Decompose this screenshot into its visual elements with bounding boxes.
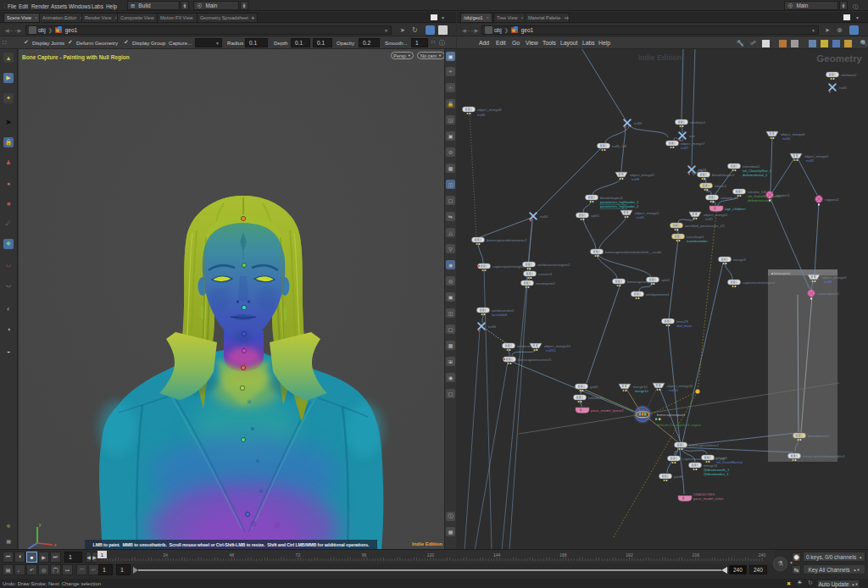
svg-text:object_merge11: object_merge11 [667,384,693,388]
svg-text:null7: null7 [681,146,689,150]
svg-text:grid1: grid1 [590,385,598,389]
svg-text:ragpost2: ragpost2 [825,197,839,202]
svg-text:null10: null10 [546,348,556,352]
svg-text:null6: null6 [488,325,497,329]
svg-text:object_merge10: object_merge10 [544,344,570,348]
svg-text:bonedeform1: bonedeform1 [808,434,830,438]
svg-text:deformsimsuit_1: deformsimsuit_1 [743,173,768,177]
svg-text:null5_full: null5_full [612,144,626,148]
svg-text:blendshapes4: blendshapes4 [600,196,623,200]
svg-text:age_children: age_children [725,207,746,211]
svg-text:null1: null1 [705,217,714,221]
svg-text:pose_model_tshirt: pose_model_tshirt [693,496,724,501]
svg-text:144: 144 [493,552,501,557]
svg-text:part8: part8 [674,474,682,479]
svg-text:72: 72 [296,552,301,557]
svg-text:split2: split2 [661,278,670,282]
svg-text:capturepose1: capturepose1 [817,291,840,296]
svg-text:cleancapturedataweights1: cleancapturedataweights1 [803,454,846,458]
svg-text:object_merge4: object_merge4 [781,132,805,136]
svg-text:null4: null4 [540,214,548,219]
svg-text:null3: null3 [824,280,832,284]
svg-text:wrinkled_possession_01: wrinkled_possession_01 [685,224,725,228]
svg-text:pose_model_tpose1: pose_model_tpose1 [591,408,624,413]
svg-text:null9: null9 [632,177,640,181]
svg-text:null11: null11 [669,388,679,392]
svg-text:deformCloseupSuit1 export: deformCloseupSuit1 export [657,423,702,427]
svg-text:object_merge9: object_merge9 [630,173,654,177]
svg-text:@deamnodes_1: @deamnodes_1 [704,472,729,476]
svg-text:null4: null4 [782,136,791,141]
svg-text:volfalloff1: volfalloff1 [588,396,604,400]
svg-text:96: 96 [362,552,367,557]
svg-text:split1: split1 [591,214,600,218]
svg-text:convert1: convert1 [538,272,553,276]
svg-text:168: 168 [559,552,567,557]
svg-text:null5: null5 [637,215,645,219]
svg-text:bonecapturelines2: bonecapturelines2 [689,443,720,447]
svg-text:bonecapturebiharmonic2: bonecapturebiharmonic2 [487,238,527,242]
svg-text:attribtransfer2: attribtransfer2 [492,308,515,313]
svg-text:transferpt5: transferpt5 [687,235,704,239]
svg-text:merge9: merge9 [733,258,746,262]
svg-text:transferattribs: transferattribs [687,239,707,243]
svg-text:capturesuitshirtgeo1: capturesuitshirtgeo1 [743,280,776,285]
svg-text:volume_full: volume_full [748,190,766,194]
svg-text:null2: null2 [806,158,815,163]
svg-text:attribtransferregion1: attribtransferregion1 [537,263,570,267]
svg-text:null6: null6 [477,113,486,117]
svg-text:merge11: merge11 [704,463,718,468]
svg-text:recompute2: recompute2 [536,281,555,286]
svg-text:object_merge7: object_merge7 [681,141,705,146]
svg-text:blend5: blend5 [716,456,728,460]
svg-text:ragpost1: ragpost1 [776,193,790,197]
svg-text:attribpromote1: attribpromote1 [646,292,670,297]
svg-text:blendshapes2: blendshapes2 [712,173,735,177]
svg-text:capturepaintweights2: capturepaintweights2 [492,264,527,269]
svg-text:48: 48 [229,552,234,557]
svg-text:lattice3: lattice3 [715,184,726,188]
svg-text:merge10: merge10 [633,385,648,389]
svg-text:216: 216 [693,552,700,557]
svg-text:object_merge5: object_merge5 [635,211,659,215]
svg-text:volume_fix: volume_fix [721,196,738,200]
svg-text:24: 24 [163,552,168,557]
svg-text:null8: null8 [698,168,707,172]
svg-text:skel_base: skel_base [676,324,693,328]
svg-text:object_merge8: object_merge8 [477,108,502,112]
svg-text:DEADBONES: DEADBONES [693,492,715,496]
svg-text:null1: null1 [839,86,848,90]
svg-text:tetembed1: tetembed1 [743,164,760,169]
svg-text:object_merge2: object_merge2 [804,154,829,158]
svg-text:240: 240 [759,552,766,557]
svg-text:merge10: merge10 [635,389,649,393]
svg-text:suit: suit [689,134,695,138]
svg-text:bonecapturecorrect5: bonecapturecorrect5 [518,358,552,362]
svg-text:lines29: lines29 [676,319,688,324]
svg-text:skeleton2: skeleton2 [841,73,857,77]
svg-text:■ bonecapture: ■ bonecapture [771,272,791,275]
svg-text:facetfalloff: facetfalloff [492,313,508,317]
svg-text:bonecapturepaint: bonecapturepaint [657,413,686,417]
svg-text:120: 120 [427,552,435,557]
svg-text:init_DeamManual: init_DeamManual [716,460,743,464]
svg-text:object_merge3: object_merge3 [822,275,847,280]
svg-text:192: 192 [626,552,633,557]
svg-text:object_merge1: object_merge1 [704,213,728,217]
svg-text:null3: null3 [634,121,643,125]
svg-text:bonecapturelinesfromskele__sca: bonecapturelinesfromskele__scale [605,250,662,254]
svg-text:skeleton1: skeleton1 [690,120,706,125]
